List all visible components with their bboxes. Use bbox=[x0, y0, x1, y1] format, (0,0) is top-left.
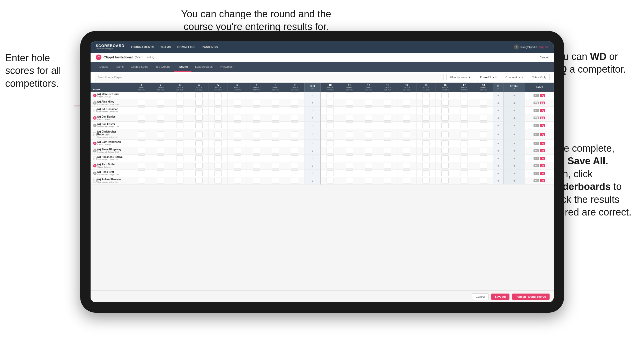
hole-8-cell[interactable] bbox=[266, 155, 285, 162]
hole-12-cell[interactable] bbox=[359, 170, 378, 177]
hole-2-cell[interactable] bbox=[151, 162, 170, 170]
hole-4-input[interactable] bbox=[195, 155, 203, 161]
hole-2-cell[interactable] bbox=[151, 107, 170, 114]
wd-button[interactable]: WD bbox=[534, 124, 539, 127]
nav-committee[interactable]: COMMITTEE bbox=[177, 45, 196, 49]
hole-15-input[interactable] bbox=[422, 122, 430, 128]
label-cell[interactable]: WD DQ bbox=[525, 122, 553, 129]
hole-7-input[interactable] bbox=[253, 178, 260, 183]
hole-18-input[interactable] bbox=[480, 178, 487, 183]
dq-button[interactable]: DQ bbox=[540, 124, 545, 127]
hole-5-cell[interactable] bbox=[209, 92, 228, 99]
hole-3-input[interactable] bbox=[176, 93, 183, 98]
hole-8-cell[interactable] bbox=[266, 122, 285, 129]
hole-2-input[interactable] bbox=[157, 155, 164, 161]
hole-2-input[interactable] bbox=[157, 107, 164, 113]
hole-3-cell[interactable] bbox=[170, 107, 189, 114]
hole-9-cell[interactable] bbox=[285, 155, 305, 162]
hole-3-cell[interactable] bbox=[170, 129, 189, 140]
hole-1-cell[interactable] bbox=[132, 170, 151, 177]
hole-12-input[interactable] bbox=[365, 163, 372, 168]
hole-15-cell[interactable] bbox=[416, 177, 435, 184]
label-cell[interactable]: WD DQ bbox=[525, 92, 553, 99]
hole-15-input[interactable] bbox=[422, 107, 430, 113]
hole-15-cell[interactable] bbox=[416, 122, 435, 129]
hole-9-cell[interactable] bbox=[285, 107, 305, 114]
hole-15-cell[interactable] bbox=[416, 99, 435, 107]
hole-11-cell[interactable] bbox=[340, 140, 359, 147]
hole-2-cell[interactable] bbox=[151, 155, 170, 162]
hole-1-input[interactable] bbox=[138, 93, 145, 98]
hole-17-cell[interactable] bbox=[455, 170, 474, 177]
hole-8-cell[interactable] bbox=[266, 147, 285, 155]
hole-15-cell[interactable] bbox=[416, 155, 435, 162]
hole-18-cell[interactable] bbox=[474, 99, 493, 107]
hole-1-input[interactable] bbox=[138, 148, 145, 153]
hole-18-cell[interactable] bbox=[474, 107, 493, 114]
hole-14-input[interactable] bbox=[403, 93, 410, 98]
hole-4-input[interactable] bbox=[195, 140, 203, 146]
hole-9-input[interactable] bbox=[291, 107, 298, 113]
hole-1-cell[interactable] bbox=[132, 114, 151, 122]
hole-16-input[interactable] bbox=[441, 93, 449, 98]
hole-16-input[interactable] bbox=[441, 178, 449, 183]
hole-16-cell[interactable] bbox=[435, 177, 455, 184]
hole-12-cell[interactable] bbox=[359, 114, 378, 122]
tab-results[interactable]: Results bbox=[174, 62, 191, 72]
wd-button[interactable]: WD bbox=[534, 142, 539, 145]
hole-18-input[interactable] bbox=[480, 170, 487, 176]
hole-14-cell[interactable] bbox=[397, 177, 416, 184]
hole-13-cell[interactable] bbox=[378, 99, 397, 107]
hole-14-input[interactable] bbox=[403, 170, 410, 176]
hole-16-cell[interactable] bbox=[435, 92, 455, 99]
dq-button[interactable]: DQ bbox=[540, 109, 545, 112]
publish-button[interactable]: Publish Round Scores bbox=[512, 294, 550, 300]
hole-2-input[interactable] bbox=[157, 163, 164, 168]
hole-4-input[interactable] bbox=[195, 148, 203, 153]
hole-3-cell[interactable] bbox=[170, 170, 189, 177]
nav-tournaments[interactable]: TOURNAMENTS bbox=[131, 45, 154, 49]
hole-8-cell[interactable] bbox=[266, 140, 285, 147]
hole-9-input[interactable] bbox=[291, 170, 298, 176]
save-all-button[interactable]: Save All bbox=[491, 294, 509, 300]
hole-8-cell[interactable] bbox=[266, 177, 285, 184]
hole-5-input[interactable] bbox=[214, 140, 222, 146]
hole-5-input[interactable] bbox=[214, 132, 222, 137]
hole-15-input[interactable] bbox=[422, 115, 430, 121]
hole-12-input[interactable] bbox=[365, 148, 372, 153]
hole-11-input[interactable] bbox=[346, 132, 353, 137]
label-cell[interactable]: WD DQ bbox=[525, 114, 553, 122]
hole-16-input[interactable] bbox=[441, 115, 449, 121]
hole-4-cell[interactable] bbox=[189, 107, 209, 114]
hole-16-cell[interactable] bbox=[435, 114, 455, 122]
hole-3-input[interactable] bbox=[176, 132, 183, 137]
hole-14-cell[interactable] bbox=[397, 155, 416, 162]
hole-15-cell[interactable] bbox=[416, 114, 435, 122]
hole-1-input[interactable] bbox=[138, 178, 145, 183]
hole-8-input[interactable] bbox=[272, 140, 279, 146]
hole-7-input[interactable] bbox=[253, 163, 260, 168]
score-table-container[interactable]: Player 1PAR 4340 YDS 2PAR 5511 YDS 3PAR … bbox=[91, 83, 554, 290]
hole-7-input[interactable] bbox=[253, 122, 260, 128]
hole-18-input[interactable] bbox=[480, 115, 487, 121]
hole-8-cell[interactable] bbox=[266, 170, 285, 177]
tab-tee-groups[interactable]: Tee Groups bbox=[152, 62, 174, 72]
hole-2-cell[interactable] bbox=[151, 177, 170, 184]
hole-4-cell[interactable] bbox=[189, 162, 209, 170]
hole-3-input[interactable] bbox=[176, 148, 183, 153]
hole-10-input[interactable] bbox=[327, 155, 334, 161]
hole-4-input[interactable] bbox=[195, 132, 203, 137]
hole-4-input[interactable] bbox=[195, 107, 203, 113]
hole-17-input[interactable] bbox=[461, 93, 468, 98]
wd-button[interactable]: WD bbox=[534, 179, 539, 182]
hole-4-cell[interactable] bbox=[189, 177, 209, 184]
hole-5-cell[interactable] bbox=[209, 177, 228, 184]
hole-3-cell[interactable] bbox=[170, 92, 189, 99]
hole-13-input[interactable] bbox=[384, 155, 391, 161]
hole-5-cell[interactable] bbox=[209, 122, 228, 129]
wd-button[interactable]: WD bbox=[534, 109, 539, 112]
totals-only-button[interactable]: Totals Only bbox=[529, 74, 550, 81]
hole-14-input[interactable] bbox=[403, 155, 410, 161]
hole-11-cell[interactable] bbox=[340, 107, 359, 114]
hole-6-input[interactable] bbox=[234, 148, 241, 153]
